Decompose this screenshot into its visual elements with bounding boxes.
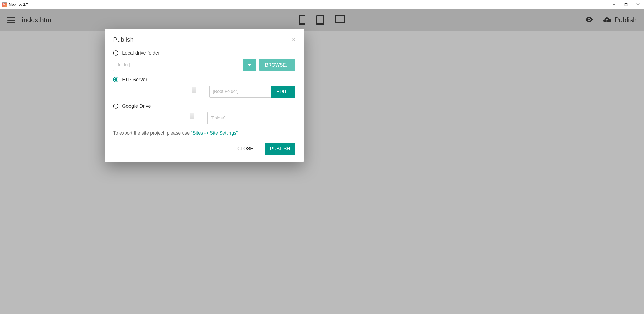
local-folder-input[interactable] [113,59,243,71]
option-label: Google Drive [122,103,151,109]
window-minimize-button[interactable] [608,0,620,9]
option-local-drive[interactable]: Local drive folder [113,50,295,56]
window-title: Mobirise 2.7 [9,3,28,7]
option-ftp-server[interactable]: FTP Server [113,77,295,82]
window-titlebar: M Mobirise 2.7 [0,0,644,9]
option-label: Local drive folder [122,50,160,56]
window-close-button[interactable] [632,0,644,9]
ftp-profile-select[interactable] [113,86,197,94]
radio-local-drive[interactable] [113,50,118,56]
publish-dialog: Publish × Local drive folder BROWSE... F… [105,29,304,162]
svg-rect-1 [625,3,627,6]
gdrive-folder-input[interactable] [207,112,296,124]
option-label: FTP Server [122,77,147,82]
browse-button[interactable]: BROWSE... [259,59,295,71]
gdrive-account-select[interactable] [113,112,195,120]
app-body: index.html Publish M MO WE [0,9,644,314]
app-icon: M [2,2,7,7]
local-folder-dropdown-button[interactable] [243,59,256,71]
ftp-root-folder-input[interactable] [209,86,271,98]
option-google-drive[interactable]: Google Drive [113,103,295,109]
window-maximize-button[interactable] [620,0,632,9]
dialog-close-action[interactable]: CLOSE [232,143,259,155]
ftp-edit-button[interactable]: EDIT... [271,86,295,98]
dialog-close-button[interactable]: × [292,36,295,43]
export-hint: To export the site project, please use "… [113,130,295,136]
radio-google-drive[interactable] [113,104,118,109]
modal-backdrop [0,9,644,314]
site-settings-link[interactable]: "Sites -> Site Settings" [191,130,238,136]
dialog-title: Publish [113,36,134,43]
radio-ftp-server[interactable] [113,77,118,82]
dialog-publish-action[interactable]: PUBLISH [265,143,295,155]
window-controls [608,0,644,9]
